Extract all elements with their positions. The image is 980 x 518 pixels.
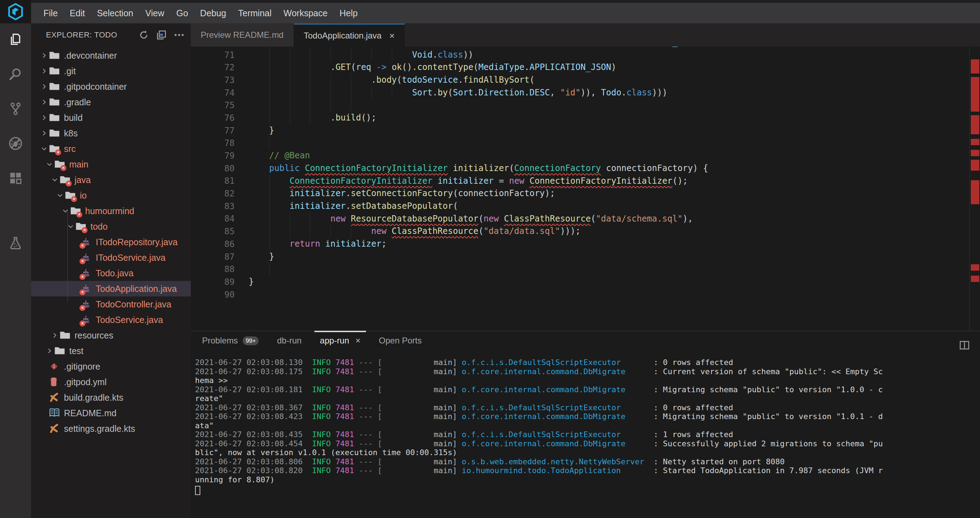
terminal-segment: 7481 (335, 457, 354, 466)
indent-guide (290, 74, 290, 86)
terminal-segment: --- [ (354, 403, 382, 412)
tree-item-readme-md[interactable]: README.md (31, 405, 191, 421)
terminal-segment: ata" (195, 421, 214, 430)
tree-item-settings-gradle-kts[interactable]: settings.gradle.kts (31, 421, 191, 437)
line-number: 82 (191, 189, 249, 199)
code-editor[interactable]: 70 .POST(req -> ok().contentType(MediaTy… (191, 47, 980, 331)
menu-item-edit[interactable]: Edit (64, 8, 91, 18)
code-line[interactable]: 87 } (191, 250, 980, 263)
tree-item-todocontroller-java[interactable]: ×TodoController.java (31, 296, 191, 312)
code-line[interactable]: 89} (191, 276, 980, 288)
tree-item-io[interactable]: ×io (31, 188, 191, 203)
code-line[interactable]: 90 (191, 288, 980, 301)
tree-item-itodoservice-java[interactable]: ×ITodoService.java (31, 250, 191, 265)
terminal-cursor (195, 486, 200, 495)
tree-item-todoservice-java[interactable]: ×TodoService.java (31, 312, 191, 328)
source-control-icon[interactable] (8, 101, 23, 116)
editor-tab-todoapplication-java[interactable]: TodoApplication.java× (294, 23, 405, 47)
code-line[interactable]: 86 return initializer; (191, 238, 980, 250)
error-badge: × (80, 243, 86, 249)
search-icon[interactable] (8, 67, 23, 82)
code-line[interactable]: 79 // @Bean (191, 150, 980, 162)
code-line[interactable]: 85 new ClassPathResource("data/data.sql"… (191, 225, 980, 238)
tree-item-todoapplication-java[interactable]: ×TodoApplication.java (31, 281, 191, 296)
menu-item-file[interactable]: File (37, 8, 64, 18)
tree-item--devcontainer[interactable]: .devcontainer (31, 48, 191, 63)
tree-item-humourmind[interactable]: ×humourmind (31, 203, 191, 219)
tree-item-java[interactable]: ×java (31, 172, 191, 188)
code-line[interactable]: 74 Sort.by(Sort.Direction.DESC, "id")), … (191, 86, 980, 99)
tree-item-src[interactable]: ×src (31, 141, 191, 156)
code-line[interactable]: 77 } (191, 124, 980, 137)
terminal-line: reate" (195, 394, 978, 403)
code-line[interactable]: 88 (191, 263, 980, 276)
code-line[interactable]: 75 (191, 99, 980, 112)
menu-item-view[interactable]: View (139, 8, 170, 18)
tree-item-build[interactable]: build (31, 110, 191, 126)
menu-item-debug[interactable]: Debug (194, 8, 232, 18)
tree-item--gitpodcontainer[interactable]: .gitpodcontainer (31, 79, 191, 94)
code-text: } (249, 124, 980, 137)
panel-tab-problems[interactable]: Problems99+ (193, 331, 268, 350)
debug-disabled-icon[interactable] (8, 135, 23, 151)
menu-item-selection[interactable]: Selection (91, 8, 139, 18)
tree-item-main[interactable]: ×main (31, 156, 191, 172)
code-line[interactable]: 78 (191, 137, 980, 150)
tree-item-k8s[interactable]: k8s (31, 126, 191, 141)
panel-tab-app-run[interactable]: app-run× (311, 331, 370, 350)
tree-item-build-gradle-kts[interactable]: build.gradle.kts (31, 390, 191, 405)
menu-item-workspace[interactable]: Workspace (278, 8, 334, 18)
code-token: ConnectionFactoryInitializer (290, 176, 433, 186)
code-line[interactable]: 83 initializer.setDatabasePopulator( (191, 200, 980, 213)
code-line[interactable]: 82 initializer.setConnectionFactory(conn… (191, 187, 980, 200)
terminal-line: 2021-06-27 02:03:08.423 INFO 7481 --- [ … (195, 412, 978, 421)
line-number: 71 (191, 50, 249, 60)
code-line[interactable]: 81 ConnectionFactoryInitializer initiali… (191, 175, 980, 188)
tree-item-test[interactable]: test (31, 343, 191, 359)
tree-item-label: TodoApplication.java (96, 284, 177, 294)
overview-ruler[interactable] (969, 47, 980, 331)
code-token: new (371, 226, 392, 236)
menu-item-help[interactable]: Help (334, 8, 364, 18)
code-line[interactable]: 73 .body(todoService.findAllBySort( (191, 74, 980, 86)
code-line[interactable]: 76 .build(); (191, 112, 980, 124)
tree-item-itodorepository-java[interactable]: ×ITodoRepository.java (31, 234, 191, 250)
split-panel-icon[interactable] (959, 339, 970, 351)
folder-icon (49, 66, 60, 76)
code-line[interactable]: 71 Void.class)) (191, 49, 980, 62)
tree-item--gitpod-yml[interactable]: .gitpod.yml (31, 374, 191, 390)
terminal-segment: 2021-06-27 02:03:08.175 (195, 367, 312, 376)
refresh-icon[interactable] (138, 30, 149, 40)
tree-item-todo[interactable]: ×todo (31, 219, 191, 234)
code-line[interactable]: 84 new ResourceDatabasePopulator(new Cla… (191, 213, 980, 225)
terminal-output[interactable]: 2021-06-27 02:03:08.130 INFO 7481 --- [ … (195, 358, 978, 495)
editor-tab-preview-readme-md[interactable]: Preview README.md (191, 23, 294, 47)
more-actions-icon[interactable] (174, 30, 185, 40)
code-text: new ClassPathResource("data/data.sql")))… (249, 225, 980, 238)
code-token: . (458, 75, 463, 85)
close-terminal-icon[interactable]: × (355, 336, 360, 346)
tree-item--gradle[interactable]: .gradle (31, 94, 191, 110)
folder-icon (49, 51, 60, 61)
extensions-icon[interactable] (8, 170, 23, 186)
test-flask-icon[interactable] (8, 235, 23, 251)
files-icon[interactable] (8, 32, 23, 47)
code-line[interactable]: 80 public ConnectionFactoryInitializer i… (191, 162, 980, 175)
tree-item--gitignore[interactable]: .gitignore (31, 359, 191, 374)
close-tab-icon[interactable]: × (389, 30, 395, 41)
menu-item-go[interactable]: Go (170, 8, 194, 18)
panel-tab-open-ports[interactable]: Open Ports (369, 331, 431, 350)
error-mark (971, 150, 979, 156)
line-number: 75 (191, 100, 249, 110)
line-number: 90 (191, 290, 249, 300)
code-line[interactable]: 72 .GET(req -> ok().contentType(MediaTyp… (191, 61, 980, 74)
menu-item-terminal[interactable]: Terminal (232, 8, 277, 18)
tree-item-todo-java[interactable]: ×Todo.java (31, 265, 191, 281)
panel-tab-db-run[interactable]: db-run (268, 331, 310, 350)
java-file-icon: × (81, 315, 92, 325)
collapse-all-icon[interactable] (156, 30, 167, 40)
code-token: findAllBySort (463, 75, 530, 85)
indent-guide (290, 61, 290, 74)
tree-item-resources[interactable]: resources (31, 328, 191, 343)
tree-item--git[interactable]: .git (31, 63, 191, 79)
